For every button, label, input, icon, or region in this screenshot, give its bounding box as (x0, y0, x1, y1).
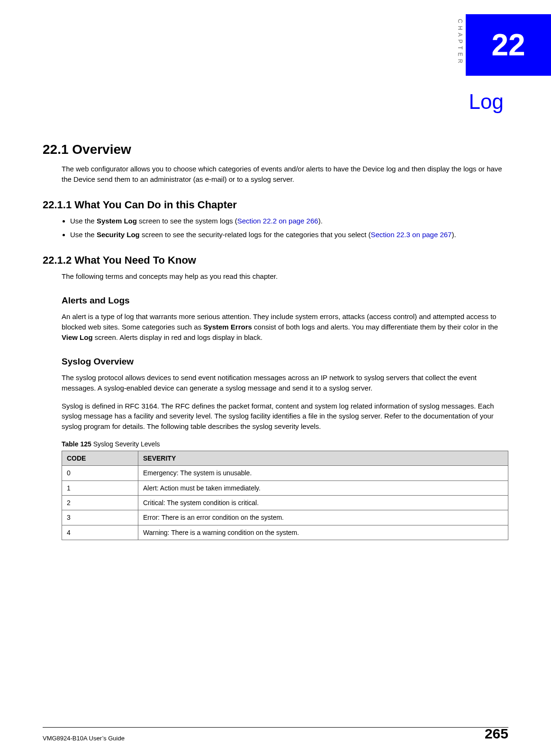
security-log-bold: Security Log (97, 231, 140, 239)
cell-severity: Critical: The system condition is critic… (138, 496, 508, 510)
section-22-1-1-body: Use the System Log screen to see the sys… (62, 216, 508, 240)
section-22-1-body: The web configurator allows you to choos… (62, 164, 508, 185)
cell-severity: Emergency: The system is unusable. (138, 466, 508, 480)
footer: VMG8924-B10A User’s Guide 265 (43, 726, 508, 742)
table-row: 0 Emergency: The system is unusable. (62, 466, 508, 480)
table-caption: Table 125 Syslog Severity Levels (62, 439, 508, 449)
alerts-paragraph: An alert is a type of log that warrants … (62, 311, 508, 342)
cell-code: 3 (62, 510, 138, 525)
overview-paragraph: The web configurator allows you to choos… (62, 164, 508, 185)
chapter-title: Log (43, 90, 508, 114)
cell-severity: Warning: There is a warning condition on… (138, 525, 508, 540)
cell-code: 4 (62, 525, 138, 540)
text: screen to see the system logs ( (137, 217, 237, 225)
text: Use the (70, 217, 97, 225)
cell-severity: Alert: Action must be taken immediately. (138, 480, 508, 495)
heading-alerts-and-logs: Alerts and Logs (62, 294, 508, 307)
chapter-number-box: 22 (466, 14, 551, 76)
table-header-row: CODE SEVERITY (62, 451, 508, 466)
text: ). (318, 217, 323, 225)
text: consist of both logs and alerts. You may… (252, 323, 498, 331)
table-row: 4 Warning: There is a warning condition … (62, 525, 508, 540)
syslog-p1: The syslog protocol allows devices to se… (62, 373, 508, 393)
table-row: 1 Alert: Action must be taken immediatel… (62, 480, 508, 495)
system-errors-bold: System Errors (203, 323, 252, 331)
text: screen to see the security-related logs … (140, 231, 371, 239)
view-log-bold: View Log (62, 333, 93, 341)
cell-severity: Error: There is an error condition on th… (138, 510, 508, 525)
section-22-1-2-body: The following terms and concepts may hel… (62, 271, 508, 540)
bullet-security-log: Use the Security Log screen to see the s… (70, 230, 508, 240)
bullet-system-log: Use the System Log screen to see the sys… (70, 216, 508, 226)
xref-22-2[interactable]: Section 22.2 on page 266 (237, 217, 318, 225)
table-caption-prefix: Table 125 (62, 440, 93, 448)
text: Use the (70, 231, 97, 239)
heading-22-1: 22.1 Overview (43, 142, 508, 157)
heading-22-1-1: 22.1.1 What You Can Do in this Chapter (43, 199, 508, 211)
th-severity: SEVERITY (138, 451, 508, 466)
text: ). (452, 231, 456, 239)
footer-page-number: 265 (485, 726, 508, 742)
cell-code: 0 (62, 466, 138, 480)
system-log-bold: System Log (97, 217, 137, 225)
cell-code: 2 (62, 496, 138, 510)
footer-guide-name: VMG8924-B10A User’s Guide (43, 735, 125, 742)
text: screen. Alerts display in red and logs d… (93, 333, 263, 341)
need-to-know-intro: The following terms and concepts may hel… (62, 271, 508, 282)
chapter-label: CHAPTER (457, 19, 463, 66)
heading-22-1-2: 22.1.2 What You Need To Know (43, 254, 508, 267)
heading-syslog-overview: Syslog Overview (62, 355, 508, 368)
syslog-p2: Syslog is defined in RFC 3164. The RFC d… (62, 401, 508, 432)
table-caption-title: Syslog Severity Levels (93, 440, 160, 448)
cell-code: 1 (62, 480, 138, 495)
syslog-severity-table: CODE SEVERITY 0 Emergency: The system is… (62, 451, 508, 540)
table-row: 3 Error: There is an error condition on … (62, 510, 508, 525)
table-row: 2 Critical: The system condition is crit… (62, 496, 508, 510)
xref-22-3[interactable]: Section 22.3 on page 267 (370, 231, 452, 239)
page: CHAPTER 22 Log 22.1 Overview The web con… (0, 0, 551, 756)
th-code: CODE (62, 451, 138, 466)
